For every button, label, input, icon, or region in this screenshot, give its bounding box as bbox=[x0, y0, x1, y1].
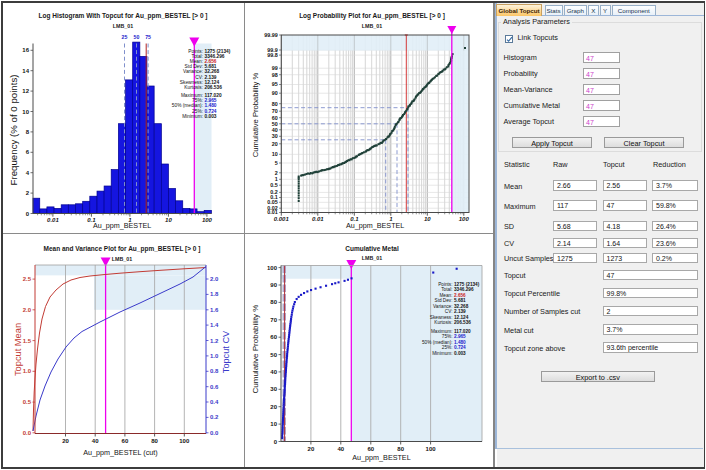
svg-text:10: 10 bbox=[424, 216, 431, 222]
svg-text:50: 50 bbox=[134, 34, 140, 40]
svg-text:1275 (2134): 1275 (2134) bbox=[454, 282, 480, 287]
svg-text:LMB_01: LMB_01 bbox=[113, 23, 133, 29]
svg-text:Minimum:: Minimum: bbox=[182, 114, 203, 119]
svg-text:Minimum:: Minimum: bbox=[432, 351, 452, 356]
svg-text:90: 90 bbox=[272, 90, 278, 96]
svg-text:25%:: 25%: bbox=[442, 345, 453, 350]
svg-text:100: 100 bbox=[267, 265, 278, 271]
svg-text:206.536: 206.536 bbox=[205, 85, 223, 90]
svg-text:1.8: 1.8 bbox=[210, 291, 219, 297]
svg-text:70: 70 bbox=[270, 317, 277, 323]
svg-text:20: 20 bbox=[62, 438, 69, 444]
svg-text:50: 50 bbox=[270, 352, 277, 358]
svg-text:32.268: 32.268 bbox=[454, 304, 469, 309]
svg-text:0: 0 bbox=[274, 439, 278, 445]
svg-text:2.965: 2.965 bbox=[454, 334, 466, 339]
svg-text:60: 60 bbox=[122, 438, 129, 444]
svg-text:100: 100 bbox=[426, 446, 437, 452]
svg-text:0.8: 0.8 bbox=[210, 368, 219, 374]
svg-text:2: 2 bbox=[26, 190, 30, 196]
svg-text:75%:: 75%: bbox=[442, 334, 453, 339]
svg-text:10: 10 bbox=[270, 421, 277, 427]
svg-text:1.5: 1.5 bbox=[23, 338, 32, 344]
svg-text:10: 10 bbox=[272, 151, 278, 157]
svg-text:80: 80 bbox=[151, 438, 158, 444]
svg-text:98: 98 bbox=[272, 72, 278, 78]
svg-text:2: 2 bbox=[275, 170, 278, 176]
svg-text:Cumulative Metal: Cumulative Metal bbox=[345, 245, 399, 252]
svg-text:30: 30 bbox=[272, 133, 278, 139]
svg-text:70: 70 bbox=[272, 108, 278, 114]
svg-text:1.4: 1.4 bbox=[210, 322, 219, 328]
svg-text:100: 100 bbox=[459, 216, 470, 222]
svg-text:0.0: 0.0 bbox=[210, 430, 219, 436]
svg-text:1.0: 1.0 bbox=[210, 353, 219, 359]
svg-text:Cumulative Probability %: Cumulative Probability % bbox=[251, 73, 260, 158]
svg-text:6: 6 bbox=[26, 149, 30, 155]
svg-text:Topcut CV: Topcut CV bbox=[221, 330, 231, 373]
svg-text:0.724: 0.724 bbox=[454, 345, 466, 350]
svg-text:60: 60 bbox=[270, 334, 277, 340]
svg-text:80: 80 bbox=[397, 446, 404, 452]
svg-text:Log Probability Plot for Au_pp: Log Probability Plot for Au_ppm_BESTEL [… bbox=[299, 12, 445, 20]
svg-text:LMB_01: LMB_01 bbox=[112, 256, 132, 262]
svg-text:40: 40 bbox=[92, 438, 99, 444]
svg-text:Au_ppm_BESTEL: Au_ppm_BESTEL bbox=[93, 221, 151, 230]
svg-text:12.124: 12.124 bbox=[454, 315, 469, 320]
svg-text:8: 8 bbox=[26, 129, 30, 135]
svg-text:0.2: 0.2 bbox=[210, 414, 219, 420]
svg-text:60: 60 bbox=[272, 115, 278, 121]
svg-text:10: 10 bbox=[22, 109, 29, 115]
svg-text:100: 100 bbox=[202, 217, 213, 223]
svg-text:0.5: 0.5 bbox=[23, 399, 32, 405]
svg-text:Cumulative Probability %: Cumulative Probability % bbox=[251, 305, 260, 394]
svg-text:0.5: 0.5 bbox=[270, 182, 278, 188]
svg-text:CV:: CV: bbox=[445, 309, 453, 314]
svg-text:Skewness:: Skewness: bbox=[430, 315, 453, 320]
svg-text:Points:: Points: bbox=[438, 282, 452, 287]
svg-text:5: 5 bbox=[275, 160, 278, 166]
svg-text:100: 100 bbox=[179, 438, 190, 444]
svg-text:4: 4 bbox=[26, 170, 30, 176]
svg-text:0.003: 0.003 bbox=[454, 351, 466, 356]
svg-text:16: 16 bbox=[22, 47, 29, 53]
svg-text:25: 25 bbox=[122, 34, 128, 40]
svg-text:40: 40 bbox=[270, 369, 277, 375]
svg-text:0.001: 0.001 bbox=[274, 216, 290, 222]
svg-text:Variance:: Variance: bbox=[433, 304, 452, 309]
svg-text:1.6: 1.6 bbox=[210, 307, 219, 313]
svg-text:0.4: 0.4 bbox=[210, 399, 219, 405]
svg-text:30: 30 bbox=[270, 386, 277, 392]
svg-text:95: 95 bbox=[272, 81, 278, 87]
svg-text:0: 0 bbox=[26, 211, 30, 217]
svg-text:Maximum:: Maximum: bbox=[431, 329, 453, 334]
svg-text:2.0: 2.0 bbox=[23, 307, 32, 313]
svg-text:12: 12 bbox=[22, 88, 29, 94]
svg-text:99.99: 99.99 bbox=[264, 32, 278, 38]
svg-text:50% (median):: 50% (median): bbox=[422, 340, 452, 345]
svg-text:Std Dev:: Std Dev: bbox=[435, 298, 453, 303]
svg-text:80: 80 bbox=[270, 299, 277, 305]
svg-text:20: 20 bbox=[272, 141, 278, 147]
svg-text:LMB_01: LMB_01 bbox=[362, 255, 382, 261]
svg-text:Frequency (% of 0 points): Frequency (% of 0 points) bbox=[8, 75, 19, 186]
svg-text:0.01: 0.01 bbox=[267, 209, 278, 215]
svg-text:Log Histogram With Topcut for: Log Histogram With Topcut for Au_ppm_BES… bbox=[38, 12, 207, 20]
svg-text:20: 20 bbox=[270, 404, 277, 410]
svg-text:99: 99 bbox=[272, 65, 278, 71]
svg-text:60: 60 bbox=[367, 446, 374, 452]
svg-text:206.536: 206.536 bbox=[454, 320, 471, 325]
svg-text:1.0: 1.0 bbox=[23, 368, 32, 374]
svg-text:40: 40 bbox=[337, 446, 344, 452]
svg-text:0.6: 0.6 bbox=[210, 384, 219, 390]
svg-text:Au_ppm_BESTEL (cut): Au_ppm_BESTEL (cut) bbox=[83, 448, 157, 457]
svg-text:2.656: 2.656 bbox=[454, 293, 466, 298]
svg-text:1.480: 1.480 bbox=[454, 340, 466, 345]
svg-text:Kurtosis:: Kurtosis: bbox=[434, 320, 452, 325]
svg-text:Mean and Variance Plot for Au_: Mean and Variance Plot for Au_ppm_BESTEL… bbox=[44, 245, 201, 253]
svg-text:80: 80 bbox=[272, 101, 278, 107]
svg-text:Au_ppm_BESTEL: Au_ppm_BESTEL bbox=[346, 221, 404, 230]
svg-text:0.003: 0.003 bbox=[205, 114, 217, 119]
svg-text:Mean:: Mean: bbox=[439, 293, 452, 298]
svg-text:20: 20 bbox=[308, 446, 315, 452]
